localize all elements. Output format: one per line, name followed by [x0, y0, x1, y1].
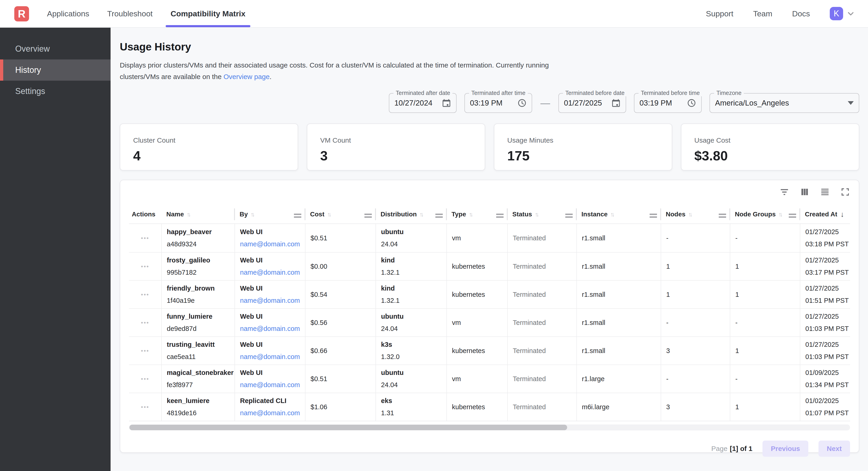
sidebar-item-settings[interactable]: Settings [0, 81, 111, 102]
sort-icon[interactable]: ↑↓ [420, 211, 422, 218]
column-menu-icon[interactable] [565, 214, 573, 215]
timezone-select[interactable]: Timezone America/Los_Angeles [710, 93, 859, 113]
table-row[interactable]: ••• magical_stonebrakerfe3f8977 Web UIna… [129, 364, 850, 393]
more-actions-icon[interactable]: ••• [141, 235, 149, 242]
email-link[interactable]: name@domain.com [240, 240, 305, 248]
page-label: Page [711, 445, 727, 452]
column-menu-icon[interactable] [650, 214, 657, 215]
terminated-before-date-value[interactable]: 01/27/2025 [564, 99, 602, 107]
cell-node-groups: 1 [730, 281, 800, 308]
header-name[interactable]: Name↑↓ [161, 205, 235, 224]
nav-item-troubleshoot[interactable]: Troubleshoot [107, 0, 153, 27]
clock-icon[interactable] [687, 98, 696, 108]
sidebar-item-overview[interactable]: Overview [0, 38, 111, 59]
stat-label: Cluster Count [133, 137, 298, 144]
cell-nodes: - [661, 365, 730, 393]
calendar-icon[interactable] [442, 98, 451, 108]
table-row[interactable]: ••• keen_lumiere4819de16 Replicated CLIn… [129, 393, 850, 421]
avatar[interactable]: K [830, 7, 843, 20]
terminated-after-time-field[interactable]: Terminated after time 03:19 PM [464, 93, 532, 113]
timezone-value[interactable]: America/Los_Angeles [715, 99, 789, 107]
more-actions-icon[interactable]: ••• [141, 319, 149, 326]
cell-created-at: 01/27/202501:03 PM PST [800, 337, 850, 364]
table-row[interactable]: ••• frosty_galileo995b7182 Web UIname@do… [129, 252, 850, 280]
header-cost[interactable]: Cost↑↓ [305, 205, 375, 224]
terminated-after-time-value[interactable]: 03:19 PM [470, 99, 502, 107]
email-link[interactable]: name@domain.com [240, 353, 305, 361]
cell-type: kubernetes [446, 253, 507, 280]
columns-icon[interactable] [800, 187, 809, 197]
email-link[interactable]: name@domain.com [240, 269, 305, 276]
column-menu-icon[interactable] [435, 214, 443, 215]
column-menu-icon[interactable] [294, 214, 301, 215]
cell-name: frosty_galileo995b7182 [161, 253, 235, 280]
fullscreen-icon[interactable] [840, 187, 850, 197]
header-type[interactable]: Type↑↓ [446, 205, 507, 224]
cell-instance: r1.large [576, 365, 661, 393]
header-distribution[interactable]: Distribution↑↓ [375, 205, 446, 224]
email-link[interactable]: name@domain.com [240, 297, 305, 304]
header-created-at[interactable]: Created At↓ [800, 205, 850, 224]
nav-item-applications[interactable]: Applications [47, 0, 89, 27]
column-menu-icon[interactable] [719, 214, 726, 215]
email-link[interactable]: name@domain.com [240, 381, 305, 389]
cell-type: kubernetes [446, 337, 507, 364]
email-link[interactable]: name@domain.com [240, 409, 305, 417]
cell-instance: r1.small [576, 309, 661, 336]
terminated-before-time-field[interactable]: Terminated before time 03:19 PM [634, 93, 702, 113]
nav-link-team[interactable]: Team [753, 9, 772, 18]
calendar-icon[interactable] [611, 98, 621, 108]
header-nodes[interactable]: Nodes↑↓ [661, 205, 730, 224]
previous-button[interactable]: Previous [763, 441, 808, 457]
filter-icon[interactable] [779, 187, 789, 197]
cell-created-at: 01/27/202503:17 PM PST [800, 253, 850, 280]
terminated-after-date-value[interactable]: 10/27/2024 [394, 99, 432, 107]
table-row[interactable]: ••• funny_lumierede9ed87d Web UIname@dom… [129, 308, 850, 336]
terminated-after-date-field[interactable]: Terminated after date 10/27/2024 [389, 93, 457, 113]
header-instance[interactable]: Instance↑↓ [576, 205, 661, 224]
next-button[interactable]: Next [818, 441, 850, 457]
column-menu-icon[interactable] [496, 214, 503, 215]
sort-icon[interactable]: ↑↓ [778, 211, 781, 218]
table-row[interactable]: ••• trusting_leavittcae5ea11 Web UIname@… [129, 336, 850, 364]
stat-label: VM Count [320, 137, 485, 144]
nav-link-support[interactable]: Support [706, 9, 733, 18]
more-actions-icon[interactable]: ••• [141, 347, 149, 354]
more-actions-icon[interactable]: ••• [141, 375, 149, 383]
sort-desc-icon[interactable]: ↓ [841, 210, 844, 219]
header-by[interactable]: By↑↓ [235, 205, 305, 224]
stat-value: 4 [133, 148, 298, 164]
account-menu[interactable]: K [830, 7, 855, 20]
cell-by: Web UIname@domain.com [235, 281, 305, 308]
table-row[interactable]: ••• friendly_brown1f40a19e Web UIname@do… [129, 280, 850, 308]
app-logo[interactable]: R [14, 6, 29, 22]
sort-icon[interactable]: ↑↓ [187, 211, 189, 218]
cell-instance: m6i.large [576, 393, 661, 421]
sidebar-item-history[interactable]: History [0, 59, 111, 81]
column-menu-icon[interactable] [365, 214, 372, 215]
more-actions-icon[interactable]: ••• [141, 404, 149, 411]
email-link[interactable]: name@domain.com [240, 325, 305, 332]
more-actions-icon[interactable]: ••• [141, 291, 149, 298]
terminated-before-date-field[interactable]: Terminated before date 01/27/2025 [558, 93, 626, 113]
horizontal-scrollbar[interactable] [129, 424, 850, 431]
sort-icon[interactable]: ↑↓ [611, 211, 613, 218]
nav-link-docs[interactable]: Docs [792, 9, 810, 18]
nav-item-compatibility-matrix[interactable]: Compatibility Matrix [171, 0, 246, 27]
column-menu-icon[interactable] [789, 214, 796, 215]
overview-page-link[interactable]: Overview page [223, 73, 270, 81]
table-row[interactable]: ••• happy_beavera48d9324 Web UIname@doma… [129, 224, 850, 252]
header-status[interactable]: Status↑↓ [507, 205, 576, 224]
sort-icon[interactable]: ↑↓ [327, 211, 330, 218]
density-icon[interactable] [820, 187, 830, 197]
more-actions-icon[interactable]: ••• [141, 263, 149, 270]
sort-icon[interactable]: ↑↓ [469, 211, 471, 218]
dropdown-arrow-icon[interactable] [848, 101, 854, 105]
sort-icon[interactable]: ↑↓ [688, 211, 691, 218]
header-node-groups[interactable]: Node Groups↑↓ [730, 205, 800, 224]
scrollbar-thumb[interactable] [129, 425, 567, 430]
sort-icon[interactable]: ↑↓ [251, 211, 253, 218]
sort-icon[interactable]: ↑↓ [535, 211, 538, 218]
terminated-before-time-value[interactable]: 03:19 PM [640, 99, 672, 107]
clock-icon[interactable] [517, 98, 527, 108]
